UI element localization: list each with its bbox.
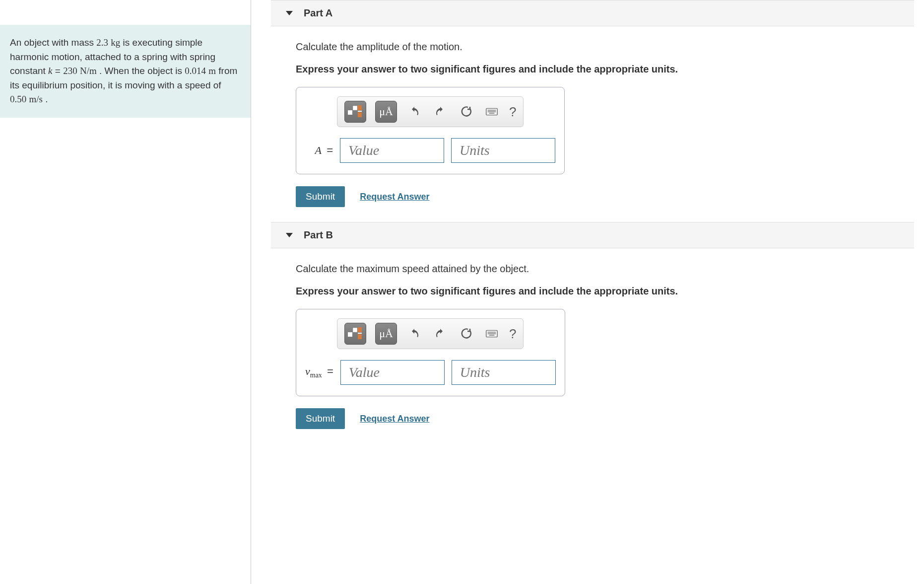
keyboard-button[interactable] — [483, 325, 500, 342]
part-b-body: Calculate the maximum speed attained by … — [271, 248, 914, 434]
part-a-units-input[interactable] — [451, 138, 555, 163]
part-b-header[interactable]: Part B — [271, 222, 914, 248]
answer-toolbar: μÅ — [337, 318, 524, 349]
part-b-answer-box: μÅ — [296, 309, 565, 396]
part-a-instruction: Express your answer to two significant f… — [296, 64, 914, 75]
part-a-submit-button[interactable]: Submit — [296, 186, 345, 207]
undo-button[interactable] — [406, 103, 423, 120]
part-a-body: Calculate the amplitude of the motion. E… — [271, 26, 914, 212]
svg-rect-2 — [358, 105, 362, 110]
part-b-units-input[interactable] — [452, 360, 556, 385]
redo-button[interactable] — [432, 325, 449, 342]
svg-rect-4 — [358, 111, 362, 112]
part-a-answer-box: μÅ — [296, 87, 565, 174]
part-b-instruction: Express your answer to two significant f… — [296, 286, 914, 297]
templates-button[interactable] — [344, 323, 366, 345]
part-a-request-answer-link[interactable]: Request Answer — [360, 192, 429, 202]
special-characters-button[interactable]: μÅ — [375, 323, 397, 345]
svg-rect-1 — [353, 106, 357, 110]
problem-statement: An object with mass 2.3 kg is executing … — [0, 25, 251, 118]
svg-rect-12 — [358, 334, 362, 339]
collapse-caret-icon — [286, 11, 293, 15]
svg-rect-9 — [348, 332, 352, 337]
redo-button[interactable] — [432, 103, 449, 120]
part-a-variable-label: A = — [305, 144, 333, 157]
part-b-prompt: Calculate the maximum speed attained by … — [296, 263, 914, 275]
part-b-submit-button[interactable]: Submit — [296, 408, 345, 429]
problem-text: An object with mass 2.3 kg is executing … — [10, 37, 237, 104]
svg-rect-3 — [358, 112, 362, 117]
part-b-variable-label: vmax = — [305, 365, 333, 379]
collapse-caret-icon — [286, 233, 293, 237]
part-a-title: Part A — [304, 7, 332, 19]
templates-button[interactable] — [344, 101, 366, 123]
help-button[interactable]: ? — [509, 326, 516, 342]
part-a-value-input[interactable] — [340, 138, 444, 163]
svg-rect-13 — [358, 333, 362, 334]
undo-button[interactable] — [406, 325, 423, 342]
reset-button[interactable] — [458, 325, 474, 342]
svg-rect-10 — [353, 328, 357, 332]
svg-rect-0 — [348, 110, 352, 115]
part-b-request-answer-link[interactable]: Request Answer — [360, 414, 429, 424]
answer-toolbar: μÅ — [337, 96, 524, 127]
help-button[interactable]: ? — [509, 104, 516, 120]
part-a-header[interactable]: Part A — [271, 0, 914, 26]
keyboard-button[interactable] — [483, 103, 500, 120]
reset-button[interactable] — [458, 103, 474, 120]
part-a-prompt: Calculate the amplitude of the motion. — [296, 41, 914, 53]
part-b-title: Part B — [304, 229, 333, 241]
svg-rect-11 — [358, 327, 362, 332]
part-b-value-input[interactable] — [340, 360, 445, 385]
special-characters-button[interactable]: μÅ — [375, 101, 397, 123]
